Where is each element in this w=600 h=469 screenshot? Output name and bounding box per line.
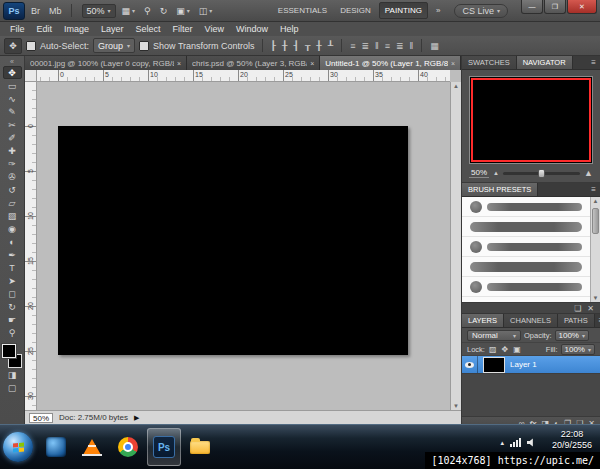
panel-menu-icon[interactable]: ≡ (595, 314, 600, 327)
delete-brush-icon[interactable]: ✕ (587, 304, 594, 313)
distribute-left-icon[interactable]: ≡ (384, 41, 391, 51)
brush-preset[interactable] (462, 237, 590, 257)
quick-mask-icon[interactable]: ◨ (3, 368, 22, 381)
eyedropper-tool[interactable]: ✐ (3, 131, 22, 144)
gradient-tool[interactable]: ▨ (3, 209, 22, 222)
document-tab-1[interactable]: 00001.jpg @ 100% (Layer 0 copy, RGB/8...… (25, 56, 187, 70)
foreground-color-swatch[interactable] (2, 344, 16, 358)
tab-layers[interactable]: LAYERS (462, 314, 504, 327)
lock-transparency-icon[interactable]: ▨ (488, 345, 498, 354)
healing-brush-tool[interactable]: ✚ (3, 144, 22, 157)
marquee-tool[interactable]: ▭ (3, 79, 22, 92)
workspace-design[interactable]: DESIGN (335, 3, 376, 18)
network-icon[interactable] (510, 438, 521, 447)
menu-view[interactable]: View (199, 24, 230, 34)
zoom-tool-button[interactable]: ⚲ (141, 4, 154, 18)
auto-select-checkbox[interactable] (26, 41, 36, 51)
workspace-essentials[interactable]: ESSENTIALS (273, 3, 332, 18)
rotate-view-button[interactable]: ↻ (157, 4, 171, 18)
menu-image[interactable]: Image (58, 24, 95, 34)
auto-select-dropdown[interactable]: Group ▾ (93, 38, 135, 53)
zoom-slider-thumb[interactable] (538, 169, 545, 178)
eraser-tool[interactable]: ▱ (3, 196, 22, 209)
taskbar-photoshop[interactable]: Ps (147, 428, 181, 466)
panel-menu-icon[interactable]: ≡ (587, 56, 600, 69)
zoom-field[interactable]: 50% (29, 413, 53, 423)
distribute-right-icon[interactable]: ‖ (408, 41, 414, 51)
lock-position-icon[interactable]: ✥ (501, 345, 510, 354)
quick-selection-tool[interactable]: ✎ (3, 105, 22, 118)
scroll-up-icon[interactable]: ▲ (593, 198, 599, 204)
align-right-icon[interactable]: ┨ (292, 41, 299, 51)
move-tool[interactable]: ✥ (3, 66, 22, 79)
show-transform-checkbox[interactable] (139, 41, 149, 51)
align-left-icon[interactable]: ┠ (270, 41, 277, 51)
new-brush-icon[interactable]: ❏ (574, 304, 581, 313)
clone-stamp-tool[interactable]: ✇ (3, 170, 22, 183)
workspace-painting[interactable]: PAINTING (379, 2, 428, 19)
pen-tool[interactable]: ✒ (3, 248, 22, 261)
shape-tool[interactable]: ◻ (3, 287, 22, 300)
brush-preset[interactable] (462, 257, 590, 277)
close-button[interactable]: ✕ (567, 0, 597, 14)
bridge-button[interactable]: Br (28, 4, 43, 18)
show-hidden-icons[interactable]: ▴ (500, 439, 504, 447)
navigator-preview[interactable] (469, 76, 593, 164)
scroll-up-icon[interactable]: ▲ (453, 83, 459, 89)
lasso-tool[interactable]: ∿ (3, 92, 22, 105)
brush-preset[interactable] (462, 277, 590, 297)
history-brush-tool[interactable]: ↺ (3, 183, 22, 196)
tab-swatches[interactable]: SWATCHES (462, 56, 517, 69)
blend-mode-dropdown[interactable]: Normal ▾ (467, 330, 521, 341)
zoom-in-icon[interactable]: ▲ (584, 168, 593, 178)
document-tab-3[interactable]: Untitled-1 @ 50% (Layer 1, RGB/8) * × (320, 56, 461, 70)
align-hcenter-icon[interactable]: ╂ (281, 41, 288, 51)
rotate-view-tool[interactable]: ↻ (3, 300, 22, 313)
tab-channels[interactable]: CHANNELS (504, 314, 558, 327)
brush-preset[interactable] (462, 197, 590, 217)
close-tab-icon[interactable]: × (310, 60, 314, 67)
zoom-out-icon[interactable]: ▲ (493, 170, 499, 176)
screen-mode-button[interactable]: ◫ ▾ (196, 4, 216, 18)
workspace-overflow-icon[interactable]: » (431, 3, 445, 18)
layer-name[interactable]: Layer 1 (510, 360, 537, 369)
scrollbar-thumb[interactable] (592, 208, 599, 234)
cs-live-button[interactable]: CS Live ▾ (454, 4, 508, 18)
mini-bridge-button[interactable]: Mb (46, 4, 65, 18)
align-vcenter-icon[interactable]: ╂ (315, 41, 322, 51)
taskbar-explorer[interactable] (183, 428, 217, 466)
start-button[interactable] (3, 432, 33, 462)
menu-filter[interactable]: Filter (167, 24, 199, 34)
blur-tool[interactable]: ◉ (3, 222, 22, 235)
zoom-level-dropdown[interactable]: 50% ▾ (82, 4, 116, 18)
hand-tool[interactable]: ☛ (3, 313, 22, 326)
auto-align-icon[interactable]: ▦ (429, 41, 440, 51)
status-flyout-icon[interactable]: ▶ (134, 414, 139, 422)
align-top-icon[interactable]: ┰ (304, 41, 311, 51)
tab-brush-presets[interactable]: BRUSH PRESETS (462, 183, 538, 196)
taskbar-media-player[interactable] (39, 428, 73, 466)
navigator-zoom-field[interactable]: 50% (469, 168, 489, 178)
lock-all-icon[interactable]: ▣ (512, 345, 522, 354)
menu-select[interactable]: Select (130, 24, 167, 34)
restore-button[interactable]: ❐ (544, 0, 566, 14)
zoom-slider[interactable] (503, 172, 580, 175)
visibility-toggle[interactable] (462, 356, 478, 373)
align-bottom-icon[interactable]: ┸ (327, 41, 334, 51)
layer-thumbnail[interactable] (483, 357, 505, 373)
menu-help[interactable]: Help (274, 24, 305, 34)
brush-scrollbar[interactable]: ▲ ▼ (590, 197, 600, 302)
scroll-down-icon[interactable]: ▼ (453, 403, 459, 409)
minimize-button[interactable]: — (521, 0, 543, 14)
close-tab-icon[interactable]: × (451, 60, 455, 67)
fill-value[interactable]: 100% ▾ (561, 344, 595, 355)
panel-menu-icon[interactable]: ≡ (587, 183, 600, 196)
vertical-scrollbar[interactable]: ▲ ▼ (450, 82, 461, 410)
menu-file[interactable]: File (4, 24, 31, 34)
taskbar-clock[interactable]: 22:08 20/9/2556 (552, 429, 592, 451)
opacity-value[interactable]: 100% ▾ (555, 330, 589, 341)
menu-layer[interactable]: Layer (95, 24, 130, 34)
brush-tool[interactable]: ✑ (3, 157, 22, 170)
tab-paths[interactable]: PATHS (558, 314, 595, 327)
distribute-hcenter-icon[interactable]: ≣ (395, 41, 405, 51)
